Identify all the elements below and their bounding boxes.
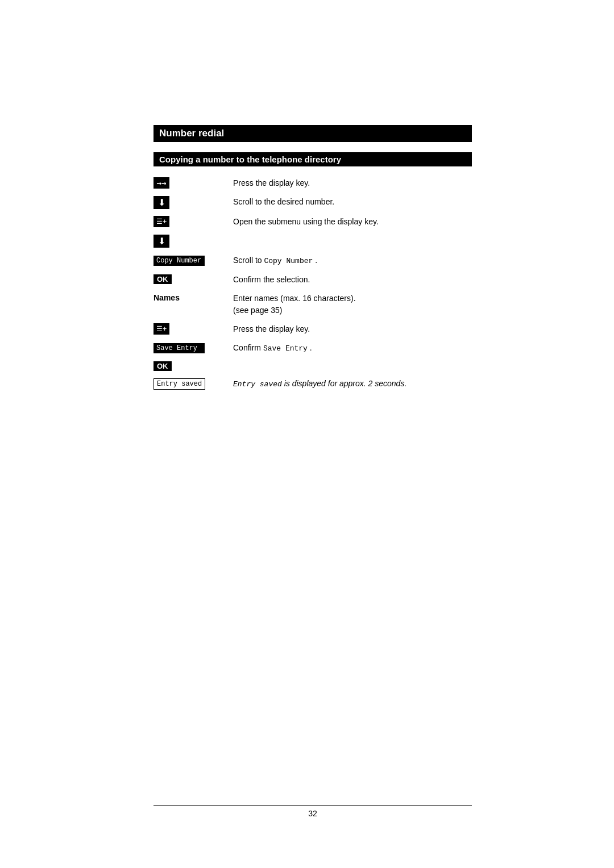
description-cell: Press the display key.	[233, 322, 472, 337]
save-entry-inline: Save Entry	[263, 344, 308, 353]
table-row: Names Enter names (max. 16 characters). …	[154, 291, 472, 318]
ok-box-2: OK	[154, 361, 172, 371]
table-row: Save Entry Confirm Save Entry .	[154, 340, 472, 356]
subsection-title-text: Copying a number to the telephone direct…	[159, 155, 341, 164]
key-cell: ⬇	[154, 233, 233, 249]
table-row: Copy Number Scroll to Copy Number .	[154, 253, 472, 269]
table-row: OK	[154, 359, 472, 373]
submenu-icon: ☰+	[154, 216, 169, 227]
page-content: Number redial Copying a number to the te…	[154, 125, 472, 392]
section-title: Number redial	[154, 125, 472, 142]
key-cell: ⬇	[154, 194, 233, 211]
key-cell: Entry saved	[154, 376, 233, 392]
description-cell: Enter names (max. 16 characters). (see p…	[233, 291, 472, 318]
description-cell: Confirm the selection.	[233, 272, 472, 287]
entry-saved-label: Entry saved	[154, 378, 205, 390]
footer-line	[154, 805, 472, 806]
description-cell: Entry saved is displayed for approx. 2 s…	[233, 376, 472, 392]
save-entry-label: Save Entry	[154, 343, 205, 353]
key-cell: Copy Number	[154, 253, 233, 269]
double-arrow-icon: →→	[154, 177, 169, 189]
key-cell: Save Entry	[154, 340, 233, 356]
key-cell: ☰+	[154, 322, 233, 337]
description-cell: Confirm Save Entry .	[233, 340, 472, 356]
page-number: 32	[154, 809, 472, 818]
table-row: ⬇	[154, 233, 472, 249]
down-arrow-icon-2: ⬇	[154, 235, 169, 248]
table-row: ☰+ Press the display key.	[154, 322, 472, 337]
table-row: →→ Press the display key.	[154, 176, 472, 191]
description-cell: Scroll to Copy Number .	[233, 253, 472, 269]
description-cell: Open the submenu using the display key.	[233, 214, 472, 229]
table-row: OK Confirm the selection.	[154, 272, 472, 287]
table-row: Entry saved Entry saved is displayed for…	[154, 376, 472, 392]
section-title-text: Number redial	[159, 128, 224, 139]
description-cell	[233, 359, 472, 373]
subsection-title: Copying a number to the telephone direct…	[154, 152, 472, 166]
table-row: ☰+ Open the submenu using the display ke…	[154, 214, 472, 229]
names-label: Names	[154, 293, 180, 302]
key-cell: OK	[154, 272, 233, 287]
description-cell: Scroll to the desired number.	[233, 194, 472, 211]
key-cell: →→	[154, 176, 233, 191]
entry-saved-description: Entry saved is displayed for approx. 2 s…	[233, 379, 406, 388]
description-cell	[233, 233, 472, 249]
key-cell: ☰+	[154, 214, 233, 229]
copy-number-inline: Copy Number	[264, 257, 313, 265]
copy-number-label: Copy Number	[154, 256, 205, 266]
table-row: ⬇ Scroll to the desired number.	[154, 194, 472, 211]
submenu-icon-2: ☰+	[154, 323, 169, 335]
key-cell: OK	[154, 359, 233, 373]
instruction-table: →→ Press the display key. ⬇ Scroll to th…	[154, 176, 472, 392]
description-cell: Press the display key.	[233, 176, 472, 191]
ok-box-1: OK	[154, 274, 172, 284]
key-cell: Names	[154, 291, 233, 318]
down-arrow-icon: ⬇	[154, 196, 169, 209]
